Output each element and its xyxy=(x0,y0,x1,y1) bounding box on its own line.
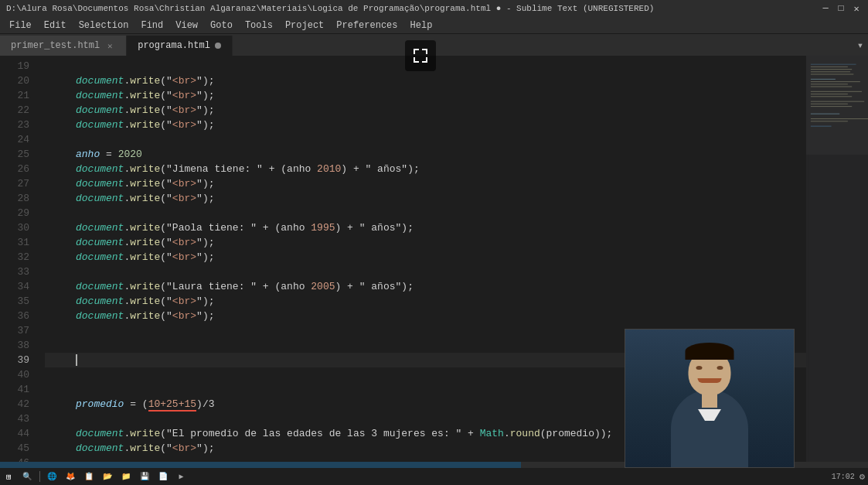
ln-24: 24 xyxy=(0,132,29,147)
taskbar-item7[interactable]: 📄 xyxy=(156,470,170,483)
maximize-button[interactable]: □ xyxy=(836,3,846,14)
code-line-35: document.write("<br>"); xyxy=(45,294,868,309)
code-line-34: document.write("Laura tiene: " + (anho 2… xyxy=(45,279,868,294)
taskbar-item4[interactable]: 📂 xyxy=(100,470,114,483)
taskbar-firefox[interactable]: 🦊 xyxy=(63,470,77,483)
ln-34: 34 xyxy=(0,279,29,294)
webcam-overlay xyxy=(625,329,795,468)
taskbar-settings[interactable]: ⚙ xyxy=(859,471,865,483)
code-line-28: document.write("<br>"); xyxy=(45,191,868,206)
ln-35: 35 xyxy=(0,294,29,309)
taskbar-ie[interactable]: 🌐 xyxy=(45,470,59,483)
menu-selection[interactable]: Selection xyxy=(73,19,135,32)
taskbar-item6[interactable]: 💾 xyxy=(138,470,151,483)
title-bar-controls: ─ □ ✕ xyxy=(820,3,862,14)
taskbar-search[interactable]: 🔍 xyxy=(19,472,35,481)
tab-label-programa: programa.html xyxy=(138,40,210,51)
person-neck xyxy=(702,394,717,408)
minimap-visualization xyxy=(806,56,868,468)
menu-view[interactable]: View xyxy=(169,19,204,32)
menu-edit[interactable]: Edit xyxy=(38,19,73,32)
code-line-22: document.write("<br>"); xyxy=(45,103,868,118)
ln-36: 36 xyxy=(0,309,29,323)
ln-33: 33 xyxy=(0,265,29,279)
ln-43: 43 xyxy=(0,412,29,426)
taskbar-item5[interactable]: 📁 xyxy=(119,470,133,483)
ln-19: 19 xyxy=(0,59,29,73)
tab-scroll-arrow[interactable]: ▾ xyxy=(853,34,868,56)
ln-25: 25 xyxy=(0,147,29,162)
ln-44: 44 xyxy=(0,426,29,441)
person-head xyxy=(689,349,731,395)
ln-39: 39 xyxy=(0,353,29,367)
menu-tools[interactable]: Tools xyxy=(239,19,279,32)
menu-file[interactable]: File xyxy=(3,19,38,32)
taskbar-item8[interactable]: ▶ xyxy=(175,470,189,483)
tab-label: primer_test.html xyxy=(11,40,100,51)
tab-primer-test[interactable]: primer_test.html ✕ xyxy=(0,36,127,56)
tab-programa[interactable]: programa.html xyxy=(127,36,233,56)
ln-21: 21 xyxy=(0,88,29,103)
ln-37: 37 xyxy=(0,323,29,338)
svg-rect-20 xyxy=(806,56,868,155)
code-line-26: document.write("Jimena tiene: " + (anho … xyxy=(45,162,868,176)
ln-42: 42 xyxy=(0,397,29,412)
windows-taskbar: ⊞ 🔍 🌐 🦊 📋 📂 📁 💾 📄 ▶ 17:02 ⚙ xyxy=(0,468,868,485)
ln-20: 20 xyxy=(0,73,29,88)
title-bar: D:\Alura Rosa\Documentos Rosa\Christian … xyxy=(0,0,868,17)
taskbar-time: 17:02 xyxy=(832,473,855,481)
code-line-24 xyxy=(45,132,868,147)
ln-45: 45 xyxy=(0,441,29,456)
expand-button[interactable] xyxy=(405,40,436,71)
ln-27: 27 xyxy=(0,176,29,191)
code-line-19 xyxy=(45,59,868,73)
ln-23: 23 xyxy=(0,118,29,132)
tab-modified-dot xyxy=(215,43,221,49)
expand-icon xyxy=(411,46,430,65)
scrollbar-thumb[interactable] xyxy=(0,462,521,468)
title-bar-left: D:\Alura Rosa\Documentos Rosa\Christian … xyxy=(6,4,654,13)
ln-29: 29 xyxy=(0,206,29,220)
code-line-20: document.write("<br>"); xyxy=(45,73,868,88)
code-line-21: document.write("<br>"); xyxy=(45,88,868,103)
webcam-person xyxy=(625,330,794,467)
menu-project[interactable]: Project xyxy=(279,19,330,32)
menu-find[interactable]: Find xyxy=(134,19,169,32)
code-line-33 xyxy=(45,265,868,279)
taskbar-start[interactable]: ⊞ xyxy=(3,472,15,482)
menu-help[interactable]: Help xyxy=(404,19,439,32)
minimize-button[interactable]: ─ xyxy=(820,3,831,14)
taskbar-divider xyxy=(39,471,40,482)
ln-31: 31 xyxy=(0,235,29,250)
ln-38: 38 xyxy=(0,338,29,353)
title-bar-title: D:\Alura Rosa\Documentos Rosa\Christian … xyxy=(6,4,654,13)
code-line-25: anho = 2020 xyxy=(45,147,868,162)
menu-bar: File Edit Selection Find View Goto Tools… xyxy=(0,17,868,34)
menu-goto[interactable]: Goto xyxy=(204,19,239,32)
line-numbers: 19 20 21 22 23 24 25 26 27 28 29 30 31 3… xyxy=(0,56,37,468)
tab-close-primer[interactable]: ✕ xyxy=(104,40,115,51)
menu-preferences[interactable]: Preferences xyxy=(330,19,403,32)
code-line-31: document.write("<br>"); xyxy=(45,235,868,250)
code-line-29 xyxy=(45,206,868,220)
ln-26: 26 xyxy=(0,162,29,176)
ln-30: 30 xyxy=(0,220,29,235)
ln-22: 22 xyxy=(0,103,29,118)
code-line-23: document.write("<br>"); xyxy=(45,118,868,132)
ln-28: 28 xyxy=(0,191,29,206)
code-line-30: document.write("Paola tiene: " + (anho 1… xyxy=(45,220,868,235)
ln-41: 41 xyxy=(0,382,29,397)
ln-40: 40 xyxy=(0,367,29,382)
code-line-32: document.write("<br>"); xyxy=(45,250,868,265)
code-line-27: document.write("<br>"); xyxy=(45,176,868,191)
ln-32: 32 xyxy=(0,250,29,265)
code-line-36: document.write("<br>"); xyxy=(45,309,868,323)
taskbar-item3[interactable]: 📋 xyxy=(82,470,96,483)
minimap xyxy=(806,56,868,468)
close-button[interactable]: ✕ xyxy=(851,3,862,14)
